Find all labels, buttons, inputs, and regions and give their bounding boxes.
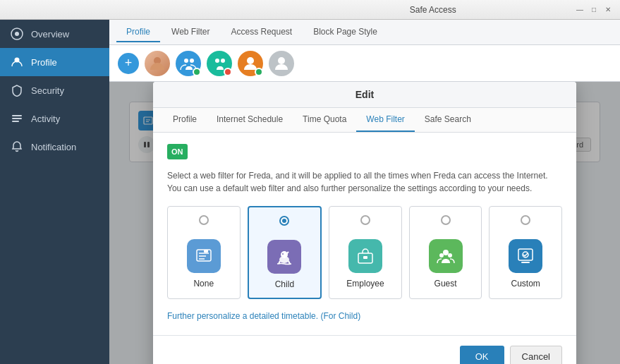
- filter-none-radio: [199, 215, 209, 225]
- avatar-5[interactable]: [269, 51, 294, 76]
- home-icon: [10, 27, 24, 41]
- modal-footer: OK Cancel: [153, 335, 576, 364]
- svg-point-1: [15, 32, 19, 36]
- sidebar-item-overview[interactable]: Overview: [0, 20, 109, 48]
- shield-icon: [10, 83, 24, 97]
- modal-tab-web-filter[interactable]: Web Filter: [356, 108, 414, 132]
- sidebar-item-notification-label: Notification: [31, 142, 76, 152]
- svg-rect-3: [12, 115, 22, 116]
- svg-point-9: [215, 59, 219, 63]
- modal-tabs: Profile Internet Schedule Time Quota Web…: [153, 108, 576, 133]
- svg-point-11: [247, 57, 254, 64]
- minimize-button[interactable]: —: [575, 5, 585, 15]
- svg-point-26: [443, 250, 449, 255]
- filter-employee-radio: [360, 215, 370, 225]
- profile-bar: +: [109, 45, 620, 82]
- filter-custom-label: Custom: [511, 279, 540, 289]
- sidebar: Overview Profile Security: [0, 20, 109, 364]
- svg-point-23: [282, 253, 284, 255]
- maximize-button[interactable]: □: [589, 5, 599, 15]
- window-controls: — □ ✕: [575, 5, 613, 15]
- svg-rect-31: [521, 262, 530, 263]
- further-personalize-link[interactable]: Further personalize a detailed timetable…: [167, 311, 360, 321]
- filter-card-child[interactable]: Child: [248, 206, 322, 299]
- modal-overlay: Edit Profile Internet Schedule Time Quot…: [109, 82, 620, 364]
- sidebar-item-profile-label: Profile: [31, 57, 57, 68]
- avatar-3[interactable]: [207, 51, 232, 76]
- titlebar: Safe Access — □ ✕: [0, 0, 620, 20]
- svg-point-7: [184, 59, 188, 63]
- avatar-2-badge: [193, 68, 201, 76]
- svg-point-10: [221, 59, 225, 63]
- filter-card-guest[interactable]: Guest: [409, 206, 482, 299]
- filter-card-custom[interactable]: Custom: [489, 206, 562, 299]
- cancel-button[interactable]: Cancel: [510, 346, 562, 364]
- filter-description: Select a web filter for Freda, and it wi…: [167, 169, 562, 195]
- toggle-row: ON: [167, 144, 562, 159]
- list-icon: [10, 111, 24, 126]
- user-icon: [10, 55, 24, 69]
- web-filter-toggle[interactable]: ON: [167, 144, 188, 159]
- app-title: Safe Access: [291, 5, 576, 15]
- sidebar-item-overview-label: Overview: [31, 29, 69, 40]
- svg-rect-25: [363, 256, 367, 259]
- avatar-4[interactable]: [238, 51, 263, 76]
- bell-icon: [10, 140, 24, 154]
- svg-point-12: [278, 57, 285, 64]
- avatar-3-badge: [224, 68, 232, 76]
- tab-profile[interactable]: Profile: [116, 23, 160, 42]
- tab-block-page-style[interactable]: Block Page Style: [303, 23, 387, 42]
- filter-none-label: None: [193, 279, 214, 289]
- sidebar-item-profile[interactable]: Profile: [0, 48, 109, 76]
- modal-tab-safe-search[interactable]: Safe Search: [415, 108, 481, 132]
- filter-custom-radio: [521, 215, 530, 225]
- modal-tab-internet-schedule[interactable]: Internet Schedule: [207, 108, 293, 132]
- filter-card-none[interactable]: None: [167, 206, 241, 299]
- svg-point-22: [281, 251, 288, 258]
- ok-button[interactable]: OK: [460, 346, 504, 364]
- modal-body: ON Select a web filter for Freda, and it…: [153, 133, 576, 335]
- main-content: Profile Web Filter Access Request Block …: [109, 20, 620, 364]
- sidebar-item-activity-label: Activity: [31, 114, 60, 124]
- filter-child-label: Child: [275, 279, 294, 289]
- sidebar-item-security-label: Security: [31, 85, 64, 96]
- modal-tab-profile[interactable]: Profile: [163, 108, 207, 132]
- add-profile-button[interactable]: +: [118, 53, 139, 74]
- close-button[interactable]: ✕: [603, 5, 613, 15]
- filter-none-icon: [187, 239, 221, 273]
- sidebar-item-notification[interactable]: Notification: [0, 133, 109, 161]
- svg-point-27: [439, 253, 444, 257]
- page-body: Set Web Filter Pause all Reward: [109, 82, 620, 364]
- sidebar-item-activity[interactable]: Activity: [0, 104, 109, 133]
- avatar-4-badge: [255, 68, 263, 76]
- filter-guest-icon: [429, 239, 463, 273]
- svg-point-8: [190, 59, 194, 63]
- top-tabs: Profile Web Filter Access Request Block …: [109, 20, 620, 45]
- filter-guest-radio: [441, 215, 451, 225]
- filter-employee-label: Employee: [346, 279, 384, 289]
- avatar-2[interactable]: [176, 51, 201, 76]
- svg-rect-5: [12, 121, 19, 122]
- modal-tab-time-quota[interactable]: Time Quota: [293, 108, 356, 132]
- filter-employee-icon: [348, 239, 382, 273]
- filter-child-radio: [279, 216, 289, 226]
- filter-custom-icon: [509, 239, 542, 273]
- filter-cards: None: [167, 206, 562, 299]
- filter-child-icon: [267, 240, 301, 274]
- svg-rect-4: [12, 118, 22, 119]
- edit-modal: Edit Profile Internet Schedule Time Quot…: [153, 82, 576, 364]
- svg-rect-20: [204, 250, 208, 253]
- modal-title: Edit: [153, 82, 576, 108]
- avatar-1[interactable]: [145, 51, 170, 76]
- tab-access-request[interactable]: Access Request: [221, 23, 302, 42]
- filter-card-employee[interactable]: Employee: [329, 206, 402, 299]
- svg-point-28: [448, 253, 452, 257]
- sidebar-item-security[interactable]: Security: [0, 76, 109, 104]
- tab-web-filter[interactable]: Web Filter: [162, 23, 219, 42]
- filter-guest-label: Guest: [434, 279, 457, 289]
